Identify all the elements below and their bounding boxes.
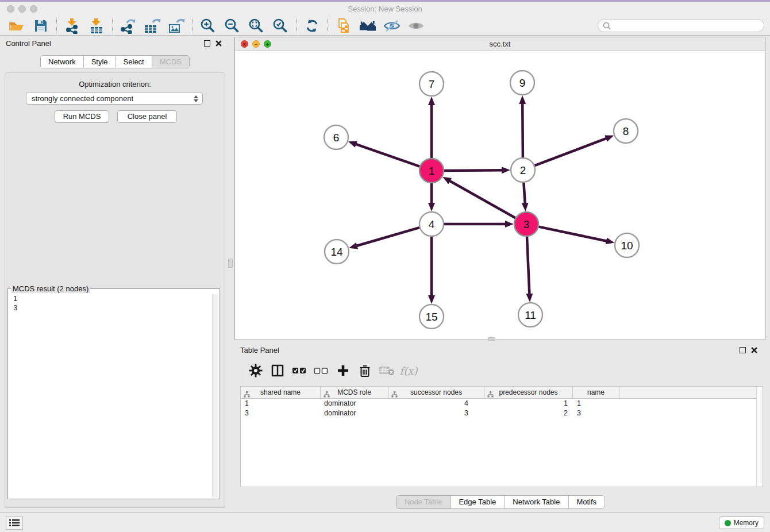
table-cell: 4 [388, 399, 484, 408]
network-maximize-button[interactable]: + [264, 40, 271, 48]
main-close-button[interactable] [7, 5, 14, 13]
hierarchy-icon [244, 390, 250, 402]
table-cell: dominator [321, 399, 388, 408]
graph-node-14[interactable]: 14 [325, 240, 349, 264]
table-settings-button[interactable] [246, 362, 265, 379]
tab-network[interactable]: Network [41, 56, 83, 68]
gear-icon [249, 364, 263, 377]
mcds-result-box: MCDS result (2 nodes) 13 [7, 284, 220, 499]
zoom-in-button[interactable] [199, 17, 217, 34]
panel-splitter-grip[interactable] [228, 259, 233, 268]
column-header-filler [619, 387, 763, 398]
float-window-icon[interactable] [204, 40, 210, 47]
zoom-out-button[interactable] [224, 17, 241, 34]
zoom-selected-button[interactable] [272, 17, 289, 34]
graph-node-11[interactable]: 11 [518, 303, 542, 327]
network-close-button[interactable]: × [241, 40, 248, 48]
function-builder-button[interactable]: f(x) [399, 362, 418, 379]
network-graph: 1234678910111415 [235, 51, 765, 340]
zoom-fit-button[interactable] [248, 17, 265, 34]
tab-network-table[interactable]: Network Table [504, 496, 568, 508]
close-panel-icon[interactable] [215, 39, 223, 47]
export-table-icon [144, 18, 161, 34]
main-minimize-button[interactable] [18, 5, 26, 13]
graph-edge-2-9[interactable] [522, 102, 523, 157]
column-header-predecessor-nodes[interactable]: predecessor nodes [484, 387, 573, 398]
table-row[interactable]: 3dominator323 [241, 408, 763, 418]
deselect-all-button[interactable] [311, 362, 331, 379]
table-splitter-grip[interactable] [488, 337, 495, 341]
table-cell: 3 [573, 408, 619, 418]
trash-icon [359, 364, 371, 377]
search-box[interactable] [598, 19, 764, 32]
graph-edge-4-14[interactable] [356, 228, 419, 246]
import-table-icon [89, 18, 104, 34]
open-session-button[interactable] [8, 17, 25, 34]
delete-column-button[interactable] [355, 362, 375, 379]
graph-node-3[interactable]: 3 [514, 212, 538, 236]
graph-node-2[interactable]: 2 [511, 158, 535, 182]
table-panel-title: Table Panel [240, 346, 279, 354]
tab-motifs[interactable]: Motifs [568, 496, 605, 508]
graph-node-4[interactable]: 4 [419, 212, 444, 236]
graph-edge-1-2[interactable] [444, 170, 503, 171]
table-row[interactable]: 1dominator411 [241, 399, 763, 408]
save-session-button[interactable] [32, 17, 49, 34]
apply-layout-button[interactable] [303, 17, 321, 34]
graph-node-9[interactable]: 9 [510, 71, 534, 95]
criterion-dropdown[interactable]: strongly connected component [26, 92, 203, 105]
add-column-button[interactable] [333, 362, 353, 379]
export-image-button[interactable] [168, 17, 185, 34]
delete-table-button[interactable] [377, 362, 396, 379]
close-table-panel-icon[interactable] [750, 346, 759, 354]
graph-edge-2-8[interactable] [535, 138, 608, 165]
task-history-button[interactable] [6, 516, 23, 530]
graph-node-6[interactable]: 6 [324, 125, 348, 149]
graph-node-1[interactable]: 1 [419, 159, 444, 183]
save-icon [34, 19, 48, 33]
graph-edge-3-11[interactable] [527, 237, 530, 295]
close-panel-button[interactable]: Close panel [117, 110, 177, 123]
graph-node-10[interactable]: 10 [615, 233, 639, 257]
float-table-panel-icon[interactable] [740, 347, 746, 353]
graph-edge-2-3[interactable] [523, 183, 525, 205]
clone-network-button[interactable] [335, 17, 352, 34]
memory-button[interactable]: Memory [719, 516, 764, 529]
column-header-name[interactable]: name [573, 387, 619, 398]
search-input[interactable] [613, 21, 764, 30]
column-header-mcds-role[interactable]: MCDS role [321, 387, 388, 398]
graph-edge-3-1[interactable] [449, 180, 515, 218]
tab-mcds[interactable]: MCDS [152, 56, 189, 68]
tab-node-table[interactable]: Node Table [396, 496, 451, 508]
split-view-button[interactable] [268, 362, 287, 379]
tab-style[interactable]: Style [83, 56, 116, 68]
graph-node-8[interactable]: 8 [614, 119, 638, 143]
hide-selected-button[interactable] [383, 17, 401, 34]
graph-node-7[interactable]: 7 [419, 72, 444, 96]
graph-edge-3-10[interactable] [539, 227, 608, 241]
svg-text:11: 11 [525, 309, 536, 321]
select-all-button[interactable] [290, 362, 309, 379]
result-scrollbar[interactable] [212, 294, 218, 498]
home-button[interactable] [359, 17, 376, 34]
export-table-button[interactable] [144, 17, 161, 34]
network-minimize-button[interactable]: − [252, 40, 260, 48]
column-header-successor-nodes[interactable]: successor nodes [388, 387, 484, 398]
svg-text:15: 15 [425, 311, 437, 323]
network-canvas[interactable]: 1234678910111415 [235, 51, 765, 340]
svg-text:4: 4 [429, 218, 435, 230]
run-mcds-button[interactable]: Run MCDS [55, 110, 109, 123]
table-scrollbar[interactable] [756, 387, 763, 487]
graph-edge-1-6[interactable] [355, 144, 419, 167]
tab-edge-table[interactable]: Edge Table [450, 496, 504, 508]
column-header-shared-name[interactable]: shared name [241, 387, 321, 398]
tab-select[interactable]: Select [116, 56, 152, 68]
import-table-button[interactable] [88, 17, 105, 34]
export-network-icon [120, 18, 136, 34]
export-network-button[interactable] [120, 17, 137, 34]
import-network-icon [65, 18, 80, 34]
graph-node-15[interactable]: 15 [419, 304, 444, 329]
show-all-button[interactable] [407, 17, 425, 34]
main-zoom-button[interactable] [30, 5, 37, 13]
import-network-button[interactable] [64, 17, 81, 34]
